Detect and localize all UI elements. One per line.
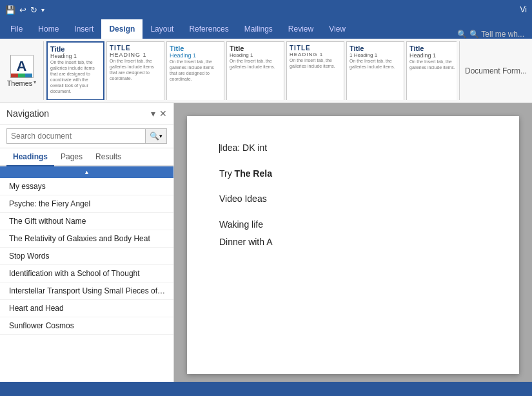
tab-home[interactable]: Home bbox=[30, 19, 66, 39]
navigation-title: Navigation bbox=[6, 108, 49, 119]
list-item[interactable]: The Gift without Name bbox=[0, 213, 173, 230]
document-form-section: Document Form... bbox=[459, 41, 527, 100]
document-form-label: Document Form... bbox=[465, 66, 527, 75]
list-item[interactable]: Psyche: the Fiery Angel bbox=[0, 195, 173, 213]
search-button[interactable]: 🔍 ▾ bbox=[146, 128, 167, 144]
tab-review[interactable]: Review bbox=[281, 19, 321, 39]
search-icon: 🔍 bbox=[150, 132, 159, 141]
theme-card-1[interactable]: TITLE HEADING 1 On the Insert tab, the g… bbox=[106, 41, 164, 100]
themes-dropdown-icon: ▾ bbox=[34, 79, 36, 85]
ribbon-content: A Themes ▾ Title Heading 1 On the Insert… bbox=[0, 39, 532, 103]
list-item[interactable]: Stop Words bbox=[0, 248, 173, 265]
nav-header: Navigation ▾ ✕ bbox=[0, 103, 173, 124]
navigation-panel: Navigation ▾ ✕ 🔍 ▾ Headings Pages Result… bbox=[0, 103, 174, 382]
tab-insert[interactable]: Insert bbox=[66, 19, 101, 39]
themes-group: A Themes ▾ bbox=[5, 41, 44, 100]
list-item[interactable]: Sunflower Cosmos bbox=[0, 317, 173, 335]
tab-headings[interactable]: Headings bbox=[6, 148, 54, 166]
nav-search-area: 🔍 ▾ bbox=[0, 124, 173, 148]
themes-label: Themes bbox=[7, 79, 33, 87]
theme-card-0[interactable]: Title Heading 1 On the Insert tab, the g… bbox=[46, 41, 104, 100]
nav-list: ▲ My essays Psyche: the Fiery Angel The … bbox=[0, 166, 173, 382]
list-item[interactable]: Interstellar Transport Using Small Piece… bbox=[0, 282, 173, 300]
tab-view[interactable]: View bbox=[321, 19, 353, 39]
doc-line-4: Waking life bbox=[219, 219, 487, 232]
search-icon: 🔍 bbox=[457, 30, 467, 39]
title-text: Vi bbox=[520, 5, 527, 14]
document-area: Idea: DK int Try The Rela Video Ideas Wa… bbox=[174, 103, 532, 382]
doc-line-1: Idea: DK int bbox=[219, 142, 487, 155]
tab-layout[interactable]: Layout bbox=[143, 19, 181, 39]
search-dropdown-icon: ▾ bbox=[159, 133, 163, 139]
nav-dropdown-icon[interactable]: ▾ bbox=[151, 108, 155, 119]
save-icon[interactable]: 💾 bbox=[5, 5, 15, 15]
nav-item-highlight: ▲ bbox=[0, 166, 173, 178]
list-item[interactable]: Identification with a School of Thought bbox=[0, 265, 173, 282]
theme-card-4[interactable]: TITLE HEADING 1 On the Insert tab, the g… bbox=[286, 41, 344, 100]
tell-me-search[interactable]: 🔍 🔍 Tell me wh... bbox=[452, 30, 529, 39]
tab-design[interactable]: Design bbox=[101, 19, 143, 39]
tab-file[interactable]: File bbox=[3, 19, 30, 39]
doc-line-3: Video Ideas bbox=[219, 193, 487, 206]
tab-mailings[interactable]: Mailings bbox=[237, 19, 281, 39]
list-item[interactable]: Heart and Head bbox=[0, 300, 173, 317]
tab-references[interactable]: References bbox=[181, 19, 236, 39]
theme-card-5[interactable]: Title 1 Heading 1 On the Insert tab, the… bbox=[346, 41, 404, 100]
doc-line-5: Dinner with A bbox=[219, 236, 487, 249]
quick-access-toolbar: 💾 ↩ ↻ ▾ bbox=[5, 5, 44, 15]
list-item[interactable]: The Relativity of Galaxies and Body Heat bbox=[0, 230, 173, 248]
nav-tabs: Headings Pages Results bbox=[0, 148, 173, 166]
nav-close-icon[interactable]: ✕ bbox=[159, 108, 167, 119]
search-input[interactable] bbox=[6, 128, 146, 144]
theme-cards-container: Title Heading 1 On the Insert tab, the g… bbox=[46, 41, 457, 100]
themes-button[interactable]: A Themes ▾ bbox=[7, 55, 37, 87]
tab-results[interactable]: Results bbox=[89, 148, 128, 166]
status-bar bbox=[0, 382, 532, 396]
ribbon-tabs-bar: File Home Insert Design Layout Reference… bbox=[0, 19, 532, 39]
main-area: Navigation ▾ ✕ 🔍 ▾ Headings Pages Result… bbox=[0, 103, 532, 382]
theme-card-6[interactable]: Title Heading 1 On the Insert tab, the g… bbox=[406, 41, 457, 100]
undo-icon[interactable]: ↩ bbox=[19, 5, 26, 15]
list-item[interactable]: My essays bbox=[0, 178, 173, 195]
redo-icon[interactable]: ↻ bbox=[30, 5, 37, 15]
tab-pages[interactable]: Pages bbox=[54, 148, 89, 166]
doc-line-2: Try The Rela bbox=[219, 168, 487, 181]
tell-me-label: 🔍 Tell me wh... bbox=[469, 30, 524, 39]
theme-card-2[interactable]: Title Heading 1 On the Insert tab, the g… bbox=[166, 41, 224, 100]
theme-card-3[interactable]: Title Heading 1 On the Insert tab, the g… bbox=[226, 41, 284, 100]
document-page[interactable]: Idea: DK int Try The Rela Video Ideas Wa… bbox=[187, 116, 519, 374]
